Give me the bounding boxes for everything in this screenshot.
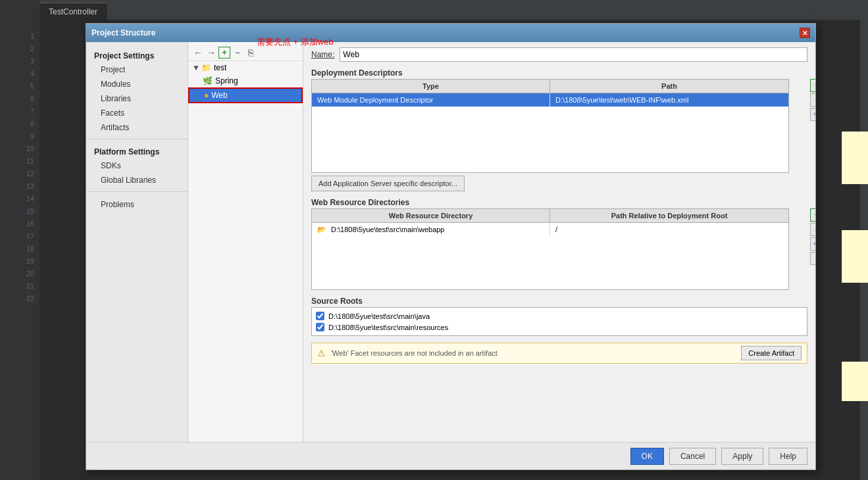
line-5: 5 xyxy=(0,80,39,92)
line-1: 1 xyxy=(0,30,39,42)
source-root-resources-row: D:\1808\5yue\test\src\main\resources xyxy=(316,323,803,331)
web-resource-table: Web Resource Directory Path Relative to … xyxy=(311,208,789,290)
tree-panel: ← → + − ⎘ ▼ 📁 test 🌿 Spring ● Web xyxy=(188,42,303,442)
copy-button[interactable]: ⎘ xyxy=(245,47,257,59)
name-row: Name: xyxy=(311,47,807,62)
deployment-table-header: Type Path xyxy=(312,80,788,93)
line-18: 18 xyxy=(0,242,39,254)
folder-blue-icon: 📂 xyxy=(317,226,326,233)
line-2: 2 xyxy=(0,42,39,55)
sidebar-item-artifacts[interactable]: Artifacts xyxy=(86,120,188,135)
webres-add-btn[interactable]: + xyxy=(810,208,815,222)
deployment-table-wrapper: Type Path Web Module Deployment Descript… xyxy=(311,79,807,173)
warning-icon: ⚠ xyxy=(317,348,326,358)
web-resource-dirs-title: Web Resource Directories xyxy=(311,198,807,207)
deploy-type-cell: Web Module Deployment Descriptor xyxy=(312,93,550,107)
sidebar-item-global-libraries[interactable]: Global Libraries xyxy=(86,173,188,187)
sticky-note-3 xyxy=(842,362,868,401)
forward-button[interactable]: → xyxy=(205,47,217,59)
back-button[interactable]: ← xyxy=(192,47,204,59)
dialog-body: Project Settings Project Modules Librari… xyxy=(86,42,815,442)
platform-settings-heading: Platform Settings xyxy=(86,143,188,158)
web-bullet-icon: ● xyxy=(204,91,209,100)
webres-help-btn[interactable]: ? xyxy=(810,252,815,265)
name-input[interactable] xyxy=(340,47,807,62)
deploy-edit-btn[interactable]: ✏ xyxy=(810,108,815,121)
line-21: 21 xyxy=(0,279,39,292)
folder-icon: 📁 xyxy=(201,63,211,72)
tab-testcontroller[interactable]: TestController xyxy=(39,3,107,20)
project-settings-heading: Project Settings xyxy=(86,47,188,62)
add-application-server-button[interactable]: Add Application Server specific descript… xyxy=(311,176,465,191)
line-7: 7 xyxy=(0,105,39,117)
rel-path-cell: / xyxy=(550,223,788,237)
remove-button[interactable]: − xyxy=(232,47,243,59)
tab-bar: TestController xyxy=(39,0,868,20)
sidebar-item-modules[interactable]: Modules xyxy=(86,77,188,91)
expand-arrow: ▼ xyxy=(192,63,200,72)
deployment-table-row-selected[interactable]: Web Module Deployment Descriptor D:\1808… xyxy=(312,93,788,107)
line-14: 14 xyxy=(0,192,39,204)
tree-node-test[interactable]: ▼ 📁 test xyxy=(188,61,303,74)
line-11: 11 xyxy=(0,155,39,167)
sticky-note-2 xyxy=(842,230,868,283)
sidebar-item-sdks[interactable]: SDKs xyxy=(86,158,188,173)
spring-icon: 🌿 xyxy=(203,76,213,85)
line-17: 17 xyxy=(0,229,39,242)
line-16: 16 xyxy=(0,217,39,229)
create-artifact-button[interactable]: Create Artifact xyxy=(741,346,802,360)
sidebar-item-facets[interactable]: Facets xyxy=(86,106,188,120)
tree-node-spring[interactable]: 🌿 Spring xyxy=(188,74,303,87)
source-roots-list: D:\1808\5yue\test\src\main\java D:\1808\… xyxy=(311,307,807,336)
webres-edit-btn[interactable]: ✏ xyxy=(810,237,815,251)
line-6: 6 xyxy=(0,92,39,105)
line-3: 3 xyxy=(0,55,39,67)
source-roots-title: Source Roots xyxy=(311,297,807,306)
web-resource-table-header: Web Resource Directory Path Relative to … xyxy=(312,209,788,223)
project-structure-dialog: Project Structure ✕ Project Settings Pro… xyxy=(86,23,816,470)
dialog-title: Project Structure xyxy=(91,28,800,37)
web-dir-column-header: Web Resource Directory xyxy=(312,209,550,222)
tree-node-web[interactable]: ● Web xyxy=(188,87,303,103)
line-19: 19 xyxy=(0,254,39,267)
type-column-header: Type xyxy=(312,80,550,93)
warning-bar: ⚠ 'Web' Facet resources are not included… xyxy=(311,343,807,364)
web-resource-row[interactable]: 📂 D:\1808\5yue\test\src\main\webapp / xyxy=(312,223,788,237)
sidebar-divider xyxy=(86,139,188,139)
web-resource-table-wrapper: Web Resource Directory Path Relative to … xyxy=(311,208,807,290)
rel-path-column-header: Path Relative to Deployment Root xyxy=(550,209,788,222)
main-content: Name: Deployment Descriptors Type Path W… xyxy=(303,42,815,442)
source-root-resources-path: D:\1808\5yue\test\src\main\resources xyxy=(328,324,448,331)
dialog-titlebar: Project Structure ✕ xyxy=(86,24,815,42)
source-root-java-checkbox[interactable] xyxy=(316,312,324,320)
line-20: 20 xyxy=(0,267,39,279)
sidebar: Project Settings Project Modules Librari… xyxy=(86,42,188,442)
line-4: 4 xyxy=(0,67,39,80)
warning-text: 'Web' Facet resources are not included i… xyxy=(331,349,498,357)
sidebar-item-problems[interactable]: Problems xyxy=(86,197,188,212)
ok-button[interactable]: OK xyxy=(630,448,664,465)
source-root-java-row: D:\1808\5yue\test\src\main\java xyxy=(316,312,803,320)
dialog-close-button[interactable]: ✕ xyxy=(800,28,810,38)
deploy-remove-btn[interactable]: − xyxy=(810,93,815,107)
cancel-button[interactable]: Cancel xyxy=(669,448,716,465)
dialog-footer: OK Cancel Apply Help xyxy=(86,442,815,469)
help-button[interactable]: Help xyxy=(769,448,807,465)
sidebar-item-project[interactable]: Project xyxy=(86,62,188,77)
deploy-add-btn[interactable]: + xyxy=(810,79,815,92)
apply-button[interactable]: Apply xyxy=(721,448,763,465)
sidebar-divider-2 xyxy=(86,191,188,192)
add-button[interactable]: + xyxy=(218,47,230,59)
deployment-table-empty-space xyxy=(312,107,788,172)
source-roots-section: Source Roots D:\1808\5yue\test\src\main\… xyxy=(311,297,807,336)
web-dir-cell: 📂 D:\1808\5yue\test\src\main\webapp xyxy=(312,223,550,237)
web-resource-table-empty xyxy=(312,237,788,289)
source-root-resources-checkbox[interactable] xyxy=(316,323,324,331)
line-numbers: 1 2 3 4 5 6 7 8 9 10 11 12 13 14 15 16 1… xyxy=(0,0,39,480)
sidebar-item-libraries[interactable]: Libraries xyxy=(86,91,188,106)
line-13: 13 xyxy=(0,180,39,192)
source-root-java-path: D:\1808\5yue\test\src\main\java xyxy=(328,312,430,320)
webres-remove-btn[interactable]: − xyxy=(810,223,815,236)
deployment-descriptors-title: Deployment Descriptors xyxy=(311,68,807,78)
line-12: 12 xyxy=(0,167,39,180)
